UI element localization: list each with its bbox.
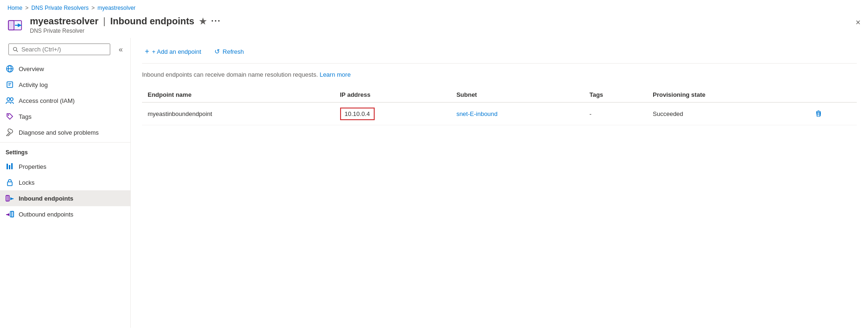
collapse-sidebar-button[interactable]: « bbox=[115, 43, 127, 56]
header-title-block: myeastresolver | Inbound endpoints ★ ···… bbox=[30, 16, 861, 34]
search-icon bbox=[13, 46, 19, 53]
info-text: Inbound endpoints can receive domain nam… bbox=[142, 71, 857, 78]
sidebar-item-overview[interactable]: Overview bbox=[0, 61, 130, 77]
svg-point-13 bbox=[10, 98, 13, 101]
cell-endpoint-name: myeastinboundendpoint bbox=[142, 102, 334, 125]
nav-items: Overview Activity log Access control (IA… bbox=[0, 61, 130, 140]
sidebar-item-tags[interactable]: Tags bbox=[0, 108, 130, 124]
subnet-link[interactable]: snet-E-inbound bbox=[456, 110, 498, 117]
svg-rect-24 bbox=[12, 211, 14, 217]
search-input[interactable] bbox=[21, 46, 106, 53]
table-row: myeastinboundendpoint 10.10.0.4 snet-E-i… bbox=[142, 102, 857, 125]
svg-point-12 bbox=[7, 98, 10, 101]
breadcrumb-sep2: > bbox=[92, 5, 95, 11]
close-button[interactable]: × bbox=[855, 18, 861, 28]
sidebar-item-locks[interactable]: Locks bbox=[0, 174, 130, 190]
toolbar: + + Add an endpoint ↺ Refresh bbox=[142, 45, 857, 64]
more-options-icon[interactable]: ··· bbox=[211, 16, 221, 26]
cell-ip-address: 10.10.0.4 bbox=[334, 102, 451, 125]
cell-delete bbox=[809, 102, 857, 125]
cell-subnet: snet-E-inbound bbox=[451, 102, 584, 125]
favorite-icon[interactable]: ★ bbox=[199, 16, 206, 27]
main-content: + + Add an endpoint ↺ Refresh Inbound en… bbox=[131, 38, 868, 328]
svg-point-14 bbox=[8, 115, 9, 116]
globe-icon bbox=[6, 65, 14, 73]
endpoints-table: Endpoint name IP address Subnet Tags Pro… bbox=[142, 87, 857, 125]
add-endpoint-button[interactable]: + + Add an endpoint bbox=[142, 45, 204, 58]
svg-rect-18 bbox=[7, 182, 12, 186]
refresh-icon: ↺ bbox=[214, 48, 220, 55]
svg-rect-16 bbox=[9, 165, 10, 169]
tag-icon bbox=[6, 112, 14, 121]
resource-name: myeastresolver bbox=[30, 16, 99, 27]
col-actions bbox=[809, 87, 857, 102]
col-provisioning-state: Provisioning state bbox=[647, 87, 809, 102]
breadcrumb: Home > DNS Private Resolvers > myeastres… bbox=[0, 0, 868, 14]
sidebar-item-diagnose[interactable]: Diagnose and solve problems bbox=[0, 124, 130, 140]
delete-icon[interactable] bbox=[815, 110, 822, 118]
add-icon: + bbox=[145, 47, 149, 56]
settings-items: Properties Locks Inbound endpoints Outbo… bbox=[0, 159, 130, 222]
cell-tags: - bbox=[584, 102, 647, 125]
svg-rect-15 bbox=[7, 164, 8, 169]
page-header: myeastresolver | Inbound endpoints ★ ···… bbox=[0, 14, 868, 38]
info-message: Inbound endpoints can receive domain nam… bbox=[142, 71, 318, 78]
svg-point-4 bbox=[14, 47, 17, 51]
svg-rect-28 bbox=[818, 112, 819, 115]
activity-log-label: Activity log bbox=[19, 81, 48, 88]
inbound-icon bbox=[6, 194, 14, 202]
sidebar-item-inbound-endpoints[interactable]: Inbound endpoints bbox=[0, 190, 130, 206]
iam-icon bbox=[6, 96, 14, 105]
col-tags: Tags bbox=[584, 87, 647, 102]
activity-log-icon bbox=[6, 80, 14, 89]
sidebar-item-iam[interactable]: Access control (IAM) bbox=[0, 93, 130, 108]
sidebar-item-outbound-endpoints[interactable]: Outbound endpoints bbox=[0, 206, 130, 222]
breadcrumb-sep1: > bbox=[25, 5, 28, 11]
col-ip-address: IP address bbox=[334, 87, 451, 102]
title-separator: | bbox=[103, 16, 106, 27]
inbound-endpoints-label: Inbound endpoints bbox=[19, 195, 73, 202]
breadcrumb-home[interactable]: Home bbox=[7, 5, 22, 11]
settings-section-header: Settings bbox=[0, 142, 130, 159]
iam-label: Access control (IAM) bbox=[19, 97, 75, 104]
properties-icon bbox=[6, 162, 14, 171]
learn-more-link[interactable]: Learn more bbox=[320, 71, 350, 78]
properties-label: Properties bbox=[19, 163, 46, 170]
search-box[interactable] bbox=[8, 43, 110, 55]
svg-rect-17 bbox=[11, 163, 13, 169]
dns-resolver-icon bbox=[7, 17, 24, 34]
sidebar: « Overview Activity log Access control bbox=[0, 38, 131, 328]
cell-provisioning-state: Succeeded bbox=[647, 102, 809, 125]
search-row: « bbox=[0, 38, 130, 61]
table-body: myeastinboundendpoint 10.10.0.4 snet-E-i… bbox=[142, 102, 857, 125]
col-endpoint-name: Endpoint name bbox=[142, 87, 334, 102]
breadcrumb-current[interactable]: myeastresolver bbox=[98, 5, 135, 11]
svg-line-5 bbox=[16, 50, 18, 51]
refresh-label: Refresh bbox=[223, 48, 244, 55]
svg-rect-20 bbox=[6, 195, 8, 201]
wrench-icon bbox=[6, 128, 14, 137]
sidebar-item-activity-log[interactable]: Activity log bbox=[0, 77, 130, 93]
overview-label: Overview bbox=[19, 65, 44, 72]
ip-address-value: 10.10.0.4 bbox=[340, 108, 375, 120]
outbound-icon bbox=[6, 210, 14, 218]
table-header-row: Endpoint name IP address Subnet Tags Pro… bbox=[142, 87, 857, 102]
table-header: Endpoint name IP address Subnet Tags Pro… bbox=[142, 87, 857, 102]
main-layout: « Overview Activity log Access control bbox=[0, 38, 868, 328]
breadcrumb-resolvers[interactable]: DNS Private Resolvers bbox=[31, 5, 89, 11]
header-title: myeastresolver | Inbound endpoints ★ ··· bbox=[30, 16, 861, 27]
outbound-endpoints-label: Outbound endpoints bbox=[19, 211, 73, 218]
page-icon bbox=[7, 17, 24, 34]
col-subnet: Subnet bbox=[451, 87, 584, 102]
locks-label: Locks bbox=[19, 179, 35, 186]
svg-rect-9 bbox=[7, 82, 13, 87]
svg-rect-1 bbox=[8, 21, 14, 30]
header-subtitle: DNS Private Resolver bbox=[30, 28, 861, 34]
sidebar-item-properties[interactable]: Properties bbox=[0, 159, 130, 174]
lock-icon bbox=[6, 178, 14, 187]
diagnose-label: Diagnose and solve problems bbox=[19, 129, 99, 136]
add-endpoint-label: + Add an endpoint bbox=[152, 48, 201, 55]
tags-label: Tags bbox=[19, 113, 31, 120]
refresh-button[interactable]: ↺ Refresh bbox=[212, 46, 247, 57]
svg-rect-3 bbox=[15, 25, 21, 26]
